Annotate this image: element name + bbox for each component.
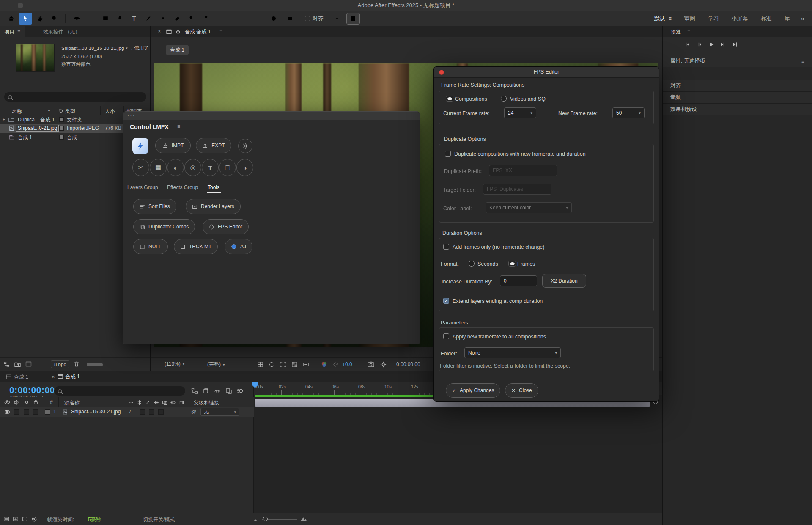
roto-brush-tool-icon[interactable] <box>185 13 198 25</box>
render-layers-button[interactable]: Render Layers <box>186 199 241 214</box>
apply-all-checkbox[interactable] <box>443 333 449 339</box>
export-button[interactable]: EXPT <box>196 138 231 153</box>
workspace-libraries[interactable]: 库 <box>785 15 790 22</box>
lock-cell[interactable] <box>33 409 38 415</box>
am-footage-icon[interactable] <box>31 516 37 522</box>
col-size[interactable]: 大小 <box>105 108 115 115</box>
transparency-grid-icon[interactable] <box>291 361 298 368</box>
properties-menu-icon[interactable]: ≡ <box>801 58 804 64</box>
workspace-standard[interactable]: 标准 <box>761 15 772 22</box>
timeline-search-input[interactable] <box>64 388 181 394</box>
compositions-radio-label[interactable]: Compositions <box>455 96 487 102</box>
dialog-titlebar[interactable]: FPS Editor <box>434 67 659 78</box>
tab-preview[interactable]: 预览 <box>671 28 681 36</box>
resolution-select[interactable]: (完整)▾ <box>207 361 225 368</box>
new-folder-icon[interactable] <box>14 361 21 367</box>
layer-source-name[interactable]: Snipast...15-30-21.jpg <box>71 409 121 415</box>
eraser-tool-icon[interactable] <box>170 13 184 25</box>
mask-visibility-icon[interactable] <box>269 361 275 368</box>
switch-cell[interactable] <box>140 409 145 415</box>
layer-eye-icon[interactable] <box>4 409 10 415</box>
preview-menu-icon[interactable]: ≡ <box>687 28 690 34</box>
last-frame-icon[interactable] <box>732 41 738 47</box>
frames-radio[interactable] <box>508 261 516 267</box>
exposure-value[interactable]: +0.0 <box>342 361 352 367</box>
first-frame-icon[interactable] <box>685 41 691 47</box>
extend-layers-checkbox[interactable]: ✓ <box>443 298 449 304</box>
viewer-tab-close-icon[interactable]: × <box>158 28 161 34</box>
footer-scrollbar-thumb[interactable] <box>87 363 103 366</box>
settings-gear-button[interactable] <box>238 139 252 153</box>
next-frame-icon[interactable] <box>720 41 726 47</box>
footage-name-dropdown-icon[interactable]: ▾ <box>126 46 128 50</box>
project-flowchart-icon[interactable] <box>3 361 10 368</box>
show-snapshot-icon[interactable] <box>380 361 387 368</box>
new-composition-icon[interactable] <box>25 361 32 367</box>
motion-blur-icon[interactable] <box>237 388 244 394</box>
tab-effects-group[interactable]: Effects Group <box>167 184 198 190</box>
axis-mode-local-icon[interactable] <box>251 13 264 25</box>
target-folder-input[interactable] <box>483 184 551 195</box>
switch-cell[interactable] <box>158 409 164 415</box>
videos-radio-label[interactable]: Videos and SQ <box>510 96 546 102</box>
comp-breadcrumb-chip[interactable]: 合成 1 <box>166 45 189 55</box>
parent-pickwhip-icon[interactable]: @ <box>191 409 196 415</box>
tab-close-icon[interactable]: × <box>52 374 55 380</box>
timeline-tab-2-active[interactable]: × 合成 1 <box>52 371 80 382</box>
add-frames-checkbox-label[interactable]: Add frames only (no framerate change) <box>453 244 544 250</box>
sort-asc-icon[interactable]: ▲ <box>47 108 51 112</box>
timeline-zoom-knob[interactable] <box>263 517 268 521</box>
lmfx-trim-icon[interactable]: ✂ <box>132 159 149 176</box>
expand-inout-icon[interactable] <box>22 516 28 522</box>
current-timecode[interactable]: 0:00:00:00 <box>9 385 55 395</box>
play-icon[interactable] <box>708 41 714 47</box>
reset-exposure-icon[interactable] <box>332 361 339 368</box>
zoom-out-mountain-icon[interactable] <box>254 517 259 521</box>
lmfx-text-icon[interactable]: T <box>202 159 219 176</box>
null-button[interactable]: NULL <box>133 239 168 254</box>
workspace-menu-icon[interactable]: ≡ <box>669 16 672 22</box>
viewer-menu-icon[interactable]: ≡ <box>219 28 222 34</box>
add-frames-checkbox[interactable] <box>443 244 449 250</box>
increase-duration-input[interactable] <box>500 275 537 286</box>
color-label-select[interactable]: Keep current color▾ <box>486 202 572 213</box>
audio-panel-header[interactable]: 音频 <box>663 91 812 103</box>
window-menu-icon[interactable] <box>18 3 23 8</box>
grid-overlay-icon[interactable] <box>346 13 360 25</box>
label-swatch[interactable] <box>59 117 64 122</box>
axis-mode-world-icon[interactable] <box>267 13 280 25</box>
track-matte-button[interactable]: TRCK MT <box>174 239 218 254</box>
seconds-radio-label[interactable]: Seconds <box>477 261 498 267</box>
region-of-interest-icon[interactable] <box>280 361 286 368</box>
label-swatch[interactable] <box>59 126 64 131</box>
snapshot-camera-icon[interactable] <box>368 361 374 367</box>
row-name-selected[interactable]: Snipast...0-21.jpg <box>16 125 59 132</box>
toggle-switches-modes[interactable]: 切换开关/模式 <box>143 516 175 523</box>
import-button[interactable]: IMPT <box>155 138 191 153</box>
col-type[interactable]: 类型 <box>65 108 75 115</box>
layer-quality-icon[interactable]: / <box>129 409 131 415</box>
seconds-radio[interactable] <box>469 261 475 267</box>
clone-stamp-tool-icon[interactable] <box>156 13 170 25</box>
pen-tool-icon[interactable] <box>113 13 126 25</box>
audio-cell[interactable] <box>14 409 19 415</box>
duplicate-checkbox[interactable] <box>445 151 451 157</box>
workspace-small-screen[interactable]: 小屏幕 <box>732 15 748 22</box>
viewer-tab-label[interactable]: 合成 合成 1 <box>185 28 211 36</box>
hand-tool-icon[interactable] <box>33 13 47 25</box>
grid-guides-icon[interactable] <box>257 361 263 368</box>
timeline-tab-1[interactable]: 合成 1 <box>6 371 28 382</box>
workspace-overflow-icon[interactable]: » <box>801 15 804 22</box>
zoom-in-mountain-icon[interactable] <box>300 516 307 522</box>
duplicate-checkbox-label[interactable]: Duplicate compositions with new framerat… <box>454 151 586 157</box>
workspace-review[interactable]: 审阅 <box>684 15 695 22</box>
shy-icon[interactable] <box>214 388 221 394</box>
pixel-aspect-icon[interactable] <box>303 361 309 368</box>
axis-mode-view-icon[interactable] <box>283 13 296 25</box>
viewer-timecode[interactable]: 0:00:00:00 <box>396 361 420 367</box>
effects-presets-panel-header[interactable]: 效果和预设 <box>663 103 812 115</box>
parent-select[interactable]: 无 ▾ <box>200 408 239 416</box>
lmfx-frame-icon[interactable]: ▢ <box>219 159 236 176</box>
selection-tool-icon[interactable] <box>19 13 32 25</box>
playhead-line[interactable] <box>255 382 255 512</box>
